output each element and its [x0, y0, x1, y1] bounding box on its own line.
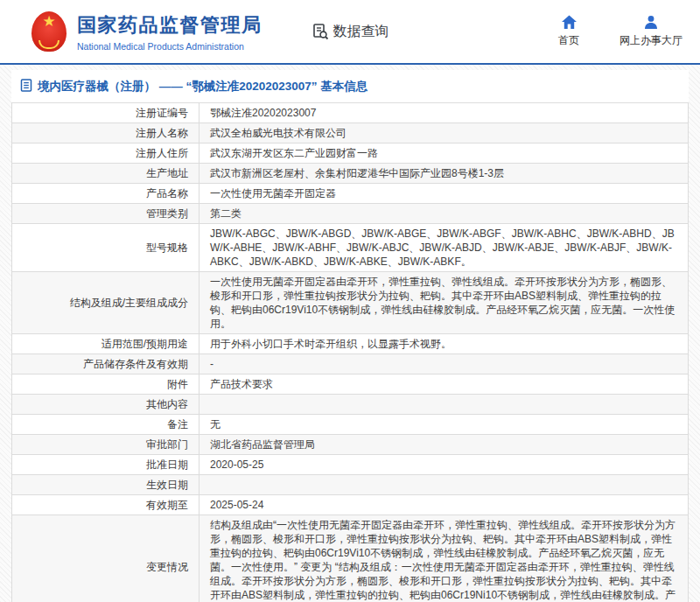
- table-row: 产品名称一次性使用无菌牵开固定器: [12, 184, 689, 204]
- table-row: 有效期至2025-05-24: [12, 495, 689, 515]
- table-row: 产品储存条件及有效期-: [12, 354, 689, 374]
- agency-logo-area: ★ 国家药品监督管理局 National Medical Products Ad…: [30, 9, 262, 54]
- row-label: 型号规格: [12, 224, 200, 272]
- row-label: 结构及组成/主要组成成分: [12, 272, 200, 334]
- nav-service-hall[interactable]: 网上办事大厅: [620, 15, 682, 48]
- page-background: 境内医疗器械（注册） —— “鄂械注准20202023007” 基本信息 注册证…: [0, 65, 700, 602]
- row-value: 无: [200, 415, 689, 435]
- row-value: 一次性使用无菌牵开固定器由牵开环，弹性重拉钩、弹性线组成。牵开环按形状分为方形，…: [200, 272, 689, 334]
- row-label: 变更情况: [12, 515, 200, 602]
- row-value: [200, 475, 689, 495]
- row-label: 其他内容: [12, 395, 200, 415]
- row-value: JBW/K-ABGC、JBW/K-ABGD、JBW/K-ABGE、JBW/K-A…: [200, 224, 689, 272]
- table-row: 型号规格JBW/K-ABGC、JBW/K-ABGD、JBW/K-ABGE、JBW…: [12, 224, 689, 272]
- emblem-star-icon: ★: [30, 14, 68, 29]
- table-row: 结构及组成/主要组成成分一次性使用无菌牵开固定器由牵开环，弹性重拉钩、弹性线组成…: [12, 272, 689, 334]
- table-row: 注册证编号鄂械注准20202023007: [12, 103, 689, 123]
- nav-home-label: 首页: [558, 33, 579, 48]
- table-row: 注册人名称武汉全柏威光电技术有限公司: [12, 123, 689, 144]
- row-label: 注册人住所: [12, 144, 200, 164]
- document-icon: [20, 79, 32, 94]
- data-query-nav[interactable]: 数据查询: [312, 23, 389, 41]
- nav-home[interactable]: 首页: [544, 15, 593, 48]
- row-label: 附件: [12, 374, 200, 395]
- agency-title: 国家药品监督管理局: [77, 12, 262, 38]
- row-value: 鄂械注准20202023007: [200, 103, 689, 123]
- home-icon: [561, 15, 578, 30]
- row-value: [200, 395, 689, 415]
- row-value: 2025-05-24: [200, 495, 689, 515]
- row-label: 适用范围/预期用途: [12, 334, 200, 354]
- document-search-icon: [312, 23, 329, 40]
- row-label: 注册人名称: [12, 123, 200, 144]
- table-row: 生产地址武汉市新洲区老屋村、余集村阳逻港华中国际产业园8号楼1-3层: [12, 164, 689, 184]
- row-label: 有效期至: [12, 495, 200, 515]
- row-label: 生效日期: [12, 475, 200, 495]
- header-nav: 首页 网上办事大厅: [544, 15, 700, 48]
- table-row: 批准日期2020-05-25: [12, 455, 689, 475]
- row-value: 武汉东湖开发区东二产业园财富一路: [200, 144, 689, 164]
- table-row: 变更情况结构及组成由“一次性使用无菌牵开固定器由牵开环，弹性重拉钩、弹性线组成。…: [12, 515, 689, 602]
- row-label: 批准日期: [12, 455, 200, 475]
- data-query-label: 数据查询: [333, 23, 389, 41]
- content-panel: 境内医疗器械（注册） —— “鄂械注准20202023007” 基本信息 注册证…: [11, 70, 689, 599]
- row-value: 第二类: [200, 204, 689, 224]
- row-label: 管理类别: [12, 204, 200, 224]
- row-label: 产品储存条件及有效期: [12, 354, 200, 374]
- agency-subtitle: National Medical Products Administration: [77, 41, 262, 52]
- row-label: 备注: [12, 415, 200, 435]
- table-row: 适用范围/预期用途用于外科小切口手术时牵开组织，以显露手术视野。: [12, 334, 689, 354]
- row-value: 产品技术要求: [200, 374, 689, 395]
- site-header: ★ 国家药品监督管理局 National Medical Products Ad…: [0, 0, 700, 63]
- table-row: 生效日期: [12, 475, 689, 495]
- row-value: 结构及组成由“一次性使用无菌牵开固定器由牵开环，弹性重拉钩、弹性线组成。牵开环按…: [200, 515, 689, 602]
- table-row: 其他内容: [12, 395, 689, 415]
- registration-info-table: 注册证编号鄂械注准20202023007注册人名称武汉全柏威光电技术有限公司注册…: [11, 102, 689, 602]
- row-label: 注册证编号: [12, 103, 200, 123]
- national-emblem-logo: ★: [30, 9, 68, 54]
- user-icon: [643, 15, 659, 30]
- table-row: 审批部门湖北省药品监督管理局: [12, 435, 689, 455]
- row-value: 武汉全柏威光电技术有限公司: [200, 123, 689, 144]
- row-label: 审批部门: [12, 435, 200, 455]
- row-value: 用于外科小切口手术时牵开组织，以显露手术视野。: [200, 334, 689, 354]
- row-label: 产品名称: [12, 184, 200, 204]
- row-value: 湖北省药品监督管理局: [200, 435, 689, 455]
- row-value: 一次性使用无菌牵开固定器: [200, 184, 689, 204]
- table-row: 附件产品技术要求: [12, 374, 689, 395]
- row-value: 武汉市新洲区老屋村、余集村阳逻港华中国际产业园8号楼1-3层: [200, 164, 689, 184]
- row-label: 生产地址: [12, 164, 200, 184]
- breadcrumb-text: 境内医疗器械（注册） —— “鄂械注准20202023007” 基本信息: [38, 79, 368, 94]
- row-value: 2020-05-25: [200, 455, 689, 475]
- breadcrumb: 境内医疗器械（注册） —— “鄂械注准20202023007” 基本信息: [11, 70, 689, 102]
- table-row: 备注无: [12, 415, 689, 435]
- table-row: 注册人住所武汉东湖开发区东二产业园财富一路: [12, 144, 689, 164]
- table-row: 管理类别第二类: [12, 204, 689, 224]
- nav-service-hall-label: 网上办事大厅: [620, 33, 682, 48]
- row-value: -: [200, 354, 689, 374]
